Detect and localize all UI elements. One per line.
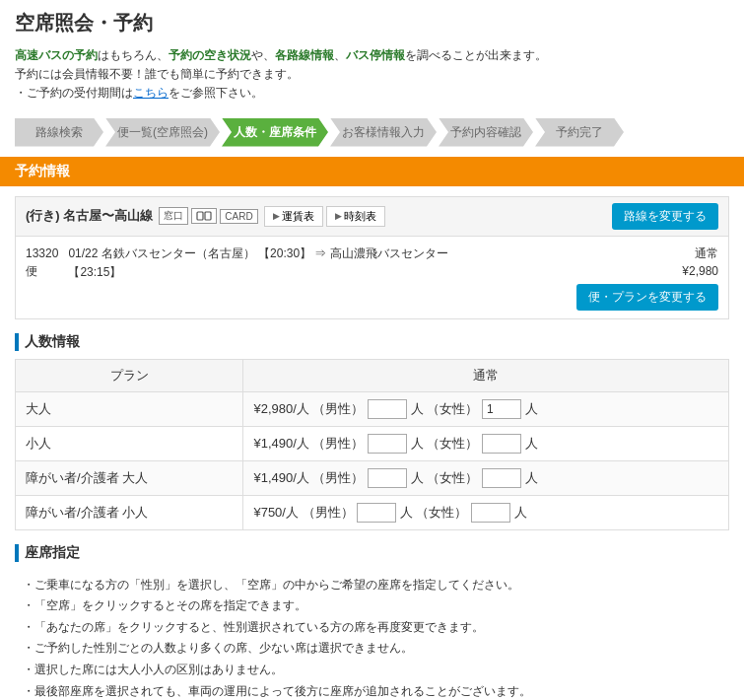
step-item-2[interactable]: 人数・座席条件: [222, 118, 328, 147]
info-line1: 高速バスの予約はもちろん、予約の空き状況や、各路線情報、バス停情報を調べることが…: [15, 46, 729, 65]
route-detail-left: 13320便 01/22 名鉄バスセンター（名古屋） 【20:30】 ⇒ 高山濃…: [26, 245, 448, 282]
timetable-button[interactable]: 時刻表: [326, 206, 385, 227]
fare-button[interactable]: 運賃表: [264, 206, 323, 227]
passenger-row-1: 小人 ¥1,490/人 （男性） 人 （女性） 人: [16, 426, 729, 460]
seat-icons: 窓口 CARD: [159, 207, 257, 225]
route-box: (行き) 名古屋〜高山線 窓口 CARD 運賃表 時刻表 路線を変: [15, 196, 729, 319]
passenger-section-title: 人数情報: [15, 333, 729, 351]
seat-note-4: 選択した席には大人小人の区別はありません。: [15, 660, 729, 681]
passenger-label-3: 障がい者/介護者 小人: [16, 495, 243, 529]
male-input-2[interactable]: [368, 468, 407, 488]
route-header-inner: (行き) 名古屋〜高山線 窓口 CARD 運賃表 時刻表: [26, 206, 385, 227]
gender-male-label-2: （男性）: [312, 470, 364, 485]
gender-male-label-3: （男性）: [303, 505, 354, 520]
male-input-3[interactable]: [357, 503, 396, 523]
route-arrive-time: 【23:15】: [68, 265, 121, 279]
gender-male-label-1: （男性）: [312, 436, 364, 451]
route-detail: 13320便 01/22 名鉄バスセンター（名古屋） 【20:30】 ⇒ 高山濃…: [16, 237, 728, 318]
info-line2: 予約には会員情報不要！誰でも簡単に予約できます。: [15, 65, 729, 84]
route-title: (行き) 名古屋〜高山線: [26, 207, 153, 225]
pair-seat-icon: [191, 208, 217, 224]
step-item-1[interactable]: 便一覧(空席照会): [105, 118, 220, 147]
female-input-0[interactable]: [482, 399, 521, 419]
passenger-row-0: 大人 ¥2,980/人 （男性） 人 （女性） 人: [16, 391, 729, 426]
reservation-status-link[interactable]: 高速バスの予約: [15, 48, 98, 62]
seat-note-5: 最後部座席を選択されても、車両の運用によって後方に座席が追加されることがございま…: [15, 681, 729, 700]
col-normal: 通常: [243, 359, 729, 391]
route-price-area: 通常 ¥2,980 便・プランを変更する: [576, 245, 718, 311]
step-item-0[interactable]: 路線検索: [15, 118, 103, 147]
seat-note-1: 「空席」をクリックするとその席を指定できます。: [15, 595, 729, 617]
gender-female-label-2: （女性）: [427, 470, 478, 485]
step-item-3[interactable]: お客様情報入力: [330, 118, 437, 147]
svg-rect-0: [197, 212, 203, 220]
bus-stop-link[interactable]: バス停情報: [346, 48, 405, 62]
route-info: 01/22 名鉄バスセンター（名古屋） 【20:30】 ⇒ 高山濃飛バスセンター…: [68, 245, 447, 282]
passenger-value-0: ¥2,980/人 （男性） 人 （女性） 人: [243, 391, 729, 426]
route-depart-time: 【20:30】: [258, 246, 311, 260]
steps-navigation: 路線検索便一覧(空席照会)人数・座席条件お客様情報入力予約内容確認予約完了: [15, 118, 729, 147]
passenger-label-2: 障がい者/介護者 大人: [16, 460, 243, 495]
page-title: 空席照会・予約: [0, 0, 744, 41]
price-3: ¥750/人: [253, 505, 299, 520]
passenger-value-1: ¥1,490/人 （男性） 人 （女性） 人: [243, 426, 729, 460]
change-plan-button[interactable]: 便・プランを変更する: [576, 284, 718, 311]
step-item-5[interactable]: 予約完了: [535, 118, 624, 147]
route-from-stop: 名鉄バスセンター（名古屋）: [101, 246, 255, 260]
male-input-1[interactable]: [368, 434, 407, 454]
passenger-row-2: 障がい者/介護者 大人 ¥1,490/人 （男性） 人 （女性） 人: [16, 460, 729, 495]
gender-male-label-0: （男性）: [312, 401, 364, 416]
route-info-link[interactable]: 各路線情報: [275, 48, 334, 62]
passenger-row-3: 障がい者/介護者 小人 ¥750/人 （男性） 人 （女性） 人: [16, 495, 729, 529]
col-plan: プラン: [16, 359, 243, 391]
female-input-1[interactable]: [482, 434, 521, 454]
price-0: ¥2,980/人: [253, 401, 308, 416]
passenger-value-2: ¥1,490/人 （男性） 人 （女性） 人: [243, 460, 729, 495]
window-seat-icon: 窓口: [159, 207, 188, 225]
male-input-0[interactable]: [368, 399, 407, 419]
route-date: 01/22: [68, 246, 98, 260]
gender-female-label-3: （女性）: [416, 505, 467, 520]
info-line3: ・ご予約の受付期間はこちらをご参照下さい。: [15, 84, 729, 103]
gender-female-label-0: （女性）: [427, 401, 478, 416]
change-route-button[interactable]: 路線を変更する: [612, 203, 718, 230]
gender-female-label-1: （女性）: [427, 436, 478, 451]
route-price: ¥2,980: [576, 262, 718, 280]
passenger-label-1: 小人: [16, 426, 243, 460]
seat-section-title: 座席指定: [15, 544, 729, 562]
svg-rect-1: [205, 212, 211, 220]
step-item-4[interactable]: 予約内容確認: [439, 118, 533, 147]
period-link[interactable]: こちら: [133, 86, 169, 100]
price-1: ¥1,490/人: [253, 436, 308, 451]
route-buttons: 運賃表 時刻表: [264, 206, 385, 227]
bus-number: 13320便: [26, 245, 58, 280]
info-section: 高速バスの予約はもちろん、予約の空き状況や、各路線情報、バス停情報を調べることが…: [0, 41, 744, 108]
female-input-3[interactable]: [471, 503, 510, 523]
passenger-label-0: 大人: [16, 391, 243, 426]
vacancy-link[interactable]: 予約の空き状況: [169, 48, 251, 62]
route-plan: 通常: [576, 245, 718, 262]
route-header: (行き) 名古屋〜高山線 窓口 CARD 運賃表 時刻表 路線を変: [16, 197, 728, 237]
female-input-2[interactable]: [482, 468, 521, 488]
seat-note-3: ご予約した性別ごとの人数より多くの席、少ない席は選択できません。: [15, 638, 729, 660]
seat-note-2: 「あなたの席」をクリックすると、性別選択されている方の席を再度変更できます。: [15, 617, 729, 639]
seat-notes: ご乗車になる方の「性別」を選択し、「空席」の中からご希望の座席を指定してください…: [15, 570, 729, 700]
passenger-value-3: ¥750/人 （男性） 人 （女性） 人: [243, 495, 729, 529]
yoyaku-header: 予約情報: [0, 157, 744, 186]
price-2: ¥1,490/人: [253, 470, 308, 485]
route-to-stop: 高山濃飛バスセンター: [330, 246, 448, 260]
main-content: (行き) 名古屋〜高山線 窓口 CARD 運賃表 時刻表 路線を変: [0, 196, 744, 700]
card-icon: CARD: [220, 209, 257, 224]
seat-note-0: ご乗車になる方の「性別」を選択し、「空席」の中からご希望の座席を指定してください…: [15, 575, 729, 596]
passenger-table: プラン 通常 大人 ¥2,980/人 （男性） 人 （女性） 人 小人 ¥1,4…: [15, 359, 729, 530]
